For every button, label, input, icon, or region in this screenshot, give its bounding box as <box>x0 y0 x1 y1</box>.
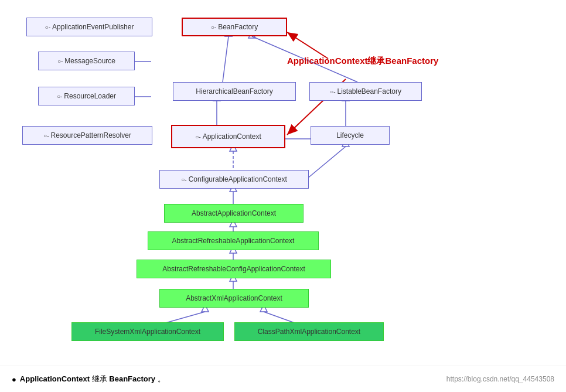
hierarchical-bean-factory-box: HierarchicalBeanFactory <box>173 82 296 101</box>
configurable-app-context-box: ○- ConfigurableApplicationContext <box>159 170 309 189</box>
lifecycle-label: Lifecycle <box>336 131 364 139</box>
hierarchical-bean-factory-label: HierarchicalBeanFactory <box>196 87 272 96</box>
abstract-refreshable-config-app-context-label: AbstractRefreshableConfigApplicationCont… <box>162 265 305 273</box>
message-source-icon: ○- <box>57 58 63 64</box>
listable-bean-factory-box: ○- ListableBeanFactory <box>309 82 422 101</box>
svg-line-30 <box>287 32 328 59</box>
listable-bean-factory-icon: ○- <box>330 88 335 95</box>
classpath-xml-app-context-box: ClassPathXmlApplicationContext <box>234 322 384 341</box>
abstract-xml-app-context-box: AbstractXmlApplicationContext <box>159 289 309 308</box>
footer-link: https://blog.csdn.net/qq_44543508 <box>446 375 554 383</box>
configurable-app-context-icon: ○- <box>181 176 186 183</box>
main-container: ○- BeanFactory ○- ApplicationEventPublis… <box>0 0 566 392</box>
footer-text1: ApplicationContext <box>20 374 90 383</box>
application-context-box: ○- ApplicationContext <box>171 125 285 148</box>
resource-pattern-resolver-box: ○- ResourcePatternResolver <box>22 126 152 145</box>
listable-bean-factory-label: ListableBeanFactory <box>337 87 401 96</box>
classpath-xml-app-context-label: ClassPathXmlApplicationContext <box>258 328 360 336</box>
app-event-publisher-label: ApplicationEventPublisher <box>52 23 134 31</box>
app-event-publisher-box: ○- ApplicationEventPublisher <box>26 18 152 36</box>
abstract-refreshable-app-context-label: AbstractRefreshableApplicationContext <box>172 237 295 245</box>
abstract-xml-app-context-label: AbstractXmlApplicationContext <box>186 294 282 302</box>
configurable-app-context-label: ConfigurableApplicationContext <box>189 175 287 183</box>
application-context-label: ApplicationContext <box>203 132 261 141</box>
file-system-xml-app-context-label: FileSystemXmlApplicationContext <box>95 328 200 336</box>
footer-text: ApplicationContext 继承 BeanFactory 。 <box>20 374 165 384</box>
annotation-label: ApplicationContext继承BeanFactory <box>287 56 438 66</box>
bullet-dot: ● <box>12 375 16 384</box>
resource-loader-label: ResourceLoader <box>64 92 116 100</box>
bean-factory-box: ○- BeanFactory <box>182 18 287 36</box>
message-source-label: MessageSource <box>64 57 115 65</box>
resource-pattern-resolver-label: ResourcePatternResolver <box>50 131 131 139</box>
bean-factory-label: BeanFactory <box>218 23 258 31</box>
diagram-area: ○- BeanFactory ○- ApplicationEventPublis… <box>0 0 566 366</box>
bean-factory-icon: ○- <box>211 24 216 30</box>
resource-pattern-resolver-icon: ○- <box>43 132 49 139</box>
application-context-icon: ○- <box>195 134 200 140</box>
resource-loader-box: ○- ResourceLoader <box>38 87 135 105</box>
app-event-publisher-icon: ○- <box>45 24 50 30</box>
footer-bar: ● ApplicationContext 继承 BeanFactory 。 ht… <box>0 366 566 392</box>
svg-line-16 <box>304 146 346 182</box>
footer-text2: 继承 <box>92 374 110 383</box>
file-system-xml-app-context-box: FileSystemXmlApplicationContext <box>71 322 224 341</box>
resource-loader-icon: ○- <box>57 93 62 100</box>
footer-text3: BeanFactory <box>109 374 155 383</box>
abstract-app-context-label: AbstractApplicationContext <box>192 209 276 217</box>
abstract-refreshable-config-app-context-box: AbstractRefreshableConfigApplicationCont… <box>137 260 331 278</box>
footer-bullet-point: ● ApplicationContext 继承 BeanFactory 。 <box>12 374 165 384</box>
abstract-app-context-box: AbstractApplicationContext <box>164 204 304 223</box>
footer-text4: 。 <box>158 374 165 383</box>
annotation-text: ApplicationContext继承BeanFactory <box>287 56 438 67</box>
lifecycle-box: Lifecycle <box>311 126 390 145</box>
svg-line-4 <box>223 36 229 82</box>
message-source-box: ○- MessageSource <box>38 52 135 70</box>
abstract-refreshable-app-context-box: AbstractRefreshableApplicationContext <box>148 231 319 250</box>
